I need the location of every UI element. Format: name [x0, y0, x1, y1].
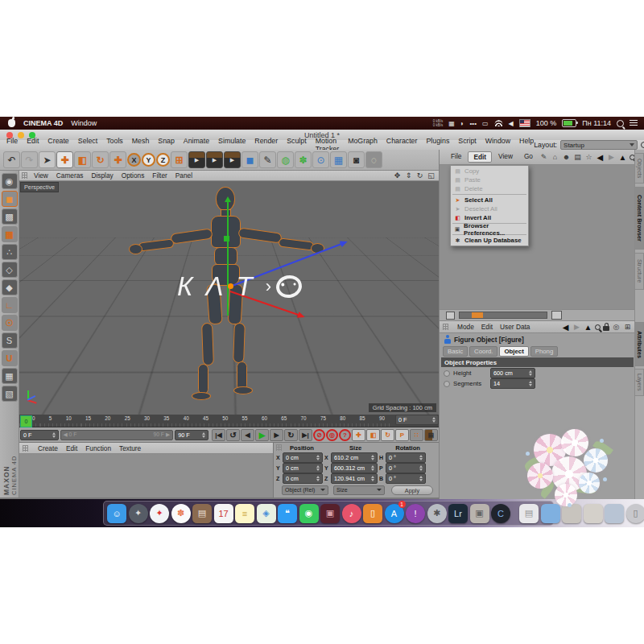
material-menu-item[interactable]: Function: [85, 444, 111, 452]
zoom-view-icon[interactable]: ⇕: [404, 171, 413, 180]
key-parameter-toggle[interactable]: P: [395, 429, 409, 441]
key-scale-toggle[interactable]: ◧: [366, 429, 380, 441]
start-frame-field[interactable]: 0 F: [20, 430, 59, 440]
position-x-field[interactable]: 0 cm: [283, 452, 323, 463]
dock-calendar[interactable]: 17: [214, 503, 233, 523]
last-tool[interactable]: ✚: [109, 151, 126, 168]
search-icon[interactable]: [595, 324, 601, 330]
dock-notes[interactable]: ≡: [235, 503, 254, 523]
browser-tab[interactable]: Edit: [468, 151, 492, 163]
goto-start-button[interactable]: |◀: [212, 429, 225, 441]
size-mode-dropdown[interactable]: Size: [333, 485, 385, 495]
dock-minimized-window-1[interactable]: [562, 503, 581, 523]
notification-center-icon[interactable]: [630, 120, 638, 126]
dock-safari[interactable]: ✦: [150, 503, 169, 523]
dock-app-store[interactable]: A1: [385, 503, 404, 523]
position-y-field[interactable]: 0 cm: [283, 463, 323, 473]
render-view-button[interactable]: ▶: [188, 151, 205, 168]
rotation-p-field[interactable]: 0 °: [386, 463, 426, 473]
y-axis-grab[interactable]: [224, 236, 229, 242]
render-settings-button[interactable]: ▶: [224, 151, 241, 168]
lock-x-axis[interactable]: X: [127, 153, 141, 167]
wifi-icon[interactable]: [494, 120, 503, 126]
size-y-field[interactable]: 600.312 cm: [331, 463, 378, 473]
attribute-tab[interactable]: Coord.: [469, 346, 497, 357]
dock-purple-app[interactable]: !: [406, 503, 425, 523]
back-icon[interactable]: ◀: [596, 153, 605, 162]
polygons-mode[interactable]: ◆: [2, 279, 18, 295]
edit-state-icon[interactable]: ✎: [539, 153, 548, 161]
panel-grip[interactable]: [23, 445, 28, 452]
attribute-menu-item[interactable]: User Data: [500, 323, 530, 331]
viewport-menu-item[interactable]: View: [34, 171, 48, 180]
timeline-range-slider[interactable]: ◀ 0 F90 F ▶: [60, 430, 174, 440]
menu-item-delete[interactable]: ▤Delete: [451, 184, 528, 193]
convert-mode[interactable]: ◉: [2, 173, 18, 189]
edges-mode[interactable]: ◇: [2, 262, 18, 278]
coord-mode-dropdown[interactable]: Object (Rel): [282, 485, 328, 495]
rotation-b-field[interactable]: 0 °: [386, 473, 426, 484]
lock-y-axis[interactable]: Y: [142, 153, 155, 167]
dock-cinema4d[interactable]: C: [491, 503, 510, 523]
menu-item-deselect-all[interactable]: ➤Deselect All: [451, 204, 528, 213]
viewport-menu-item[interactable]: Filter: [152, 171, 167, 180]
side-tab-content-browser[interactable]: Content Browser: [634, 187, 644, 250]
panel-grip[interactable]: [276, 444, 282, 451]
dock-ibooks[interactable]: ▯: [363, 503, 382, 523]
texture-mode[interactable]: ▩: [2, 208, 18, 225]
panel-grip[interactable]: [443, 324, 448, 330]
lock-icon[interactable]: [603, 326, 609, 331]
material-menu-item[interactable]: Edit: [66, 444, 77, 452]
previous-frame-button[interactable]: ◀: [241, 429, 254, 441]
apply-button[interactable]: Apply: [391, 485, 433, 495]
dock-finder[interactable]: ☺: [107, 503, 126, 523]
material-menu-item[interactable]: Texture: [119, 444, 141, 452]
viewport-menu-item[interactable]: Display: [92, 171, 114, 180]
lock-z-axis[interactable]: Z: [156, 153, 170, 167]
menubar-clock[interactable]: Пн 11:14: [582, 119, 611, 127]
stepper-icon[interactable]: [50, 432, 56, 438]
size-x-field[interactable]: 610.2 cm: [331, 452, 378, 463]
viewport-menu-item[interactable]: Panel: [175, 171, 192, 180]
side-tab-objects[interactable]: Objects: [634, 153, 644, 184]
rotate-view-icon[interactable]: ↻: [415, 171, 424, 180]
attribute-menu-item[interactable]: Mode: [457, 323, 474, 331]
add-primitive-menu[interactable]: ◼: [242, 151, 258, 168]
position-z-field[interactable]: 0 cm: [283, 473, 323, 484]
menu-item-invert-all[interactable]: ◧Invert All: [451, 213, 528, 222]
viewport-menu-item[interactable]: Options: [122, 171, 145, 180]
forward-icon[interactable]: ▶: [572, 323, 581, 331]
command-search-icon[interactable]: [641, 142, 644, 148]
record-objects-button[interactable]: ⊘: [313, 429, 325, 441]
dock-minimized-window-3[interactable]: [605, 503, 624, 523]
enable-snap[interactable]: U: [2, 350, 18, 366]
key-rotation-toggle[interactable]: ↻: [381, 429, 394, 441]
goto-end-button[interactable]: ▶|: [299, 429, 312, 441]
attribute-tab[interactable]: Basic: [443, 346, 468, 357]
subdivision-surface-menu[interactable]: ◍: [277, 151, 294, 168]
dock-maps[interactable]: ◈: [257, 503, 276, 523]
dock-trash[interactable]: ▯: [626, 503, 644, 523]
menu-item-browser-preferences[interactable]: ▣Browser Preferences...: [451, 225, 528, 233]
move-tool[interactable]: ✚: [56, 151, 73, 168]
volume-icon[interactable]: ◀: [509, 120, 514, 127]
side-tab-layers[interactable]: Layers: [634, 369, 644, 396]
dock-utility-app[interactable]: ▣: [470, 503, 489, 523]
camera-label[interactable]: Perspective: [20, 182, 59, 192]
viewport-menu-item[interactable]: Cameras: [56, 171, 84, 180]
spotlight-search-icon[interactable]: [617, 120, 624, 127]
current-frame-field[interactable]: 0 F: [395, 415, 439, 425]
new-panel-icon[interactable]: ⊞: [623, 323, 632, 331]
pan-view-icon[interactable]: ✥: [393, 171, 402, 180]
back-icon[interactable]: ◀: [561, 323, 570, 332]
stepper-icon[interactable]: [200, 432, 205, 438]
workplane-snap[interactable]: ▧: [2, 386, 18, 402]
dock-itunes[interactable]: ♪: [342, 503, 361, 523]
menu-item-select-all[interactable]: ➤Select All: [451, 196, 528, 204]
timeline-playhead[interactable]: 0: [20, 415, 32, 427]
dock-photo-booth[interactable]: ▣: [320, 503, 340, 523]
browser-tab[interactable]: View: [493, 151, 518, 163]
workplane-mode[interactable]: ▦: [2, 226, 18, 242]
section-header[interactable]: Object Properties: [441, 357, 634, 367]
side-tab-structure[interactable]: Structure: [634, 253, 644, 290]
